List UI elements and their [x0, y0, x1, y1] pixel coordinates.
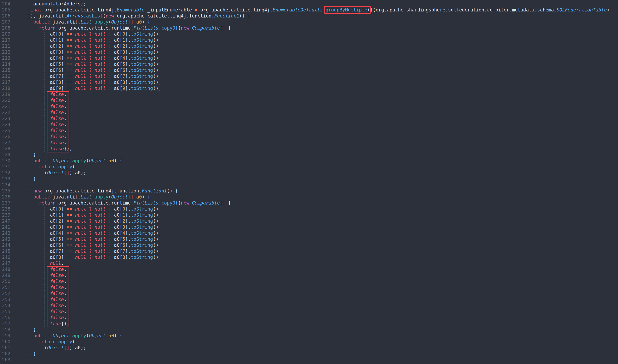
line-number[interactable]: 207	[0, 19, 22, 25]
code-line[interactable]: 238 a0[0] == null ? null : a0[0].toStrin…	[0, 206, 618, 212]
code-line[interactable]: 211 a0[2] == null ? null : a0[2].toStrin…	[0, 43, 618, 49]
line-number[interactable]: 223	[0, 116, 22, 121]
code-line[interactable]: 228 false});	[0, 146, 618, 152]
code-line[interactable]: 231 return apply(	[0, 164, 618, 170]
line-number[interactable]: 255	[0, 309, 22, 314]
line-number[interactable]: 240	[0, 218, 22, 224]
line-number[interactable]: 225	[0, 128, 22, 133]
code-line[interactable]: 232 (Object[]) a0);	[0, 170, 618, 176]
line-number[interactable]: 249	[0, 272, 22, 278]
line-number[interactable]: 262	[0, 351, 22, 357]
code-line[interactable]: 240 a0[2] == null ? null : a0[2].toStrin…	[0, 218, 618, 224]
code-line[interactable]: 216 a0[7] == null ? null : a0[7].toStrin…	[0, 73, 618, 79]
code-line[interactable]: 226 false,	[0, 133, 618, 140]
line-number[interactable]: 206	[0, 13, 22, 19]
code-line[interactable]: 248 false,	[0, 266, 618, 272]
line-number[interactable]: 217	[0, 79, 22, 85]
line-number[interactable]: 214	[0, 61, 22, 67]
line-number[interactable]: 230	[0, 158, 22, 164]
line-number[interactable]: 260	[0, 339, 22, 345]
code-line[interactable]: 221 false,	[0, 103, 618, 109]
code-line[interactable]: 263 }	[0, 357, 618, 363]
code-line[interactable]: 237 return org.apache.calcite.runtime.Fl…	[0, 200, 618, 206]
line-number[interactable]: 227	[0, 140, 22, 146]
code-line[interactable]: 212 a0[3] == null ? null : a0[3].toStrin…	[0, 49, 618, 55]
code-line[interactable]: 208 return org.apache.calcite.runtime.Fl…	[0, 25, 618, 31]
code-line[interactable]: }), new org.apache.calcite.linq4j.functi…	[0, 363, 618, 364]
code-line[interactable]: 219 false,	[0, 91, 618, 97]
code-line[interactable]: 244 a0[6] == null ? null : a0[6].toStrin…	[0, 242, 618, 248]
line-number[interactable]: 211	[0, 43, 22, 49]
line-number[interactable]: 234	[0, 182, 22, 188]
line-number[interactable]: 259	[0, 333, 22, 339]
code-line[interactable]: 256 false,	[0, 314, 618, 321]
code-line[interactable]: 241 a0[3] == null ? null : a0[3].toStrin…	[0, 224, 618, 230]
code-line[interactable]: 251 false,	[0, 284, 618, 290]
code-line[interactable]: 255 false,	[0, 309, 618, 314]
line-number[interactable]: 233	[0, 176, 22, 182]
code-line[interactable]: 218 a0[9] == null ? null : a0[9].toStrin…	[0, 85, 618, 91]
line-number[interactable]: 250	[0, 278, 22, 284]
line-number[interactable]: 246	[0, 254, 22, 260]
line-number[interactable]: 238	[0, 206, 22, 212]
code-line[interactable]: 206 }), java.util.Arrays.asList(new org.…	[0, 13, 618, 19]
code-lines[interactable]: ),204 accumulatorAdders);205 final org.a…	[0, 1, 618, 364]
code-line[interactable]: 236 public java.util.List apply(Object[]…	[0, 194, 618, 200]
line-number[interactable]: 243	[0, 236, 22, 242]
line-number[interactable]: 215	[0, 67, 22, 73]
code-line[interactable]: 227 false,	[0, 140, 618, 146]
line-number[interactable]: 208	[0, 25, 22, 31]
code-line[interactable]: 205 final org.apache.calcite.linq4j.Enum…	[0, 7, 618, 13]
code-line[interactable]: 253 false,	[0, 297, 618, 302]
line-number[interactable]: 241	[0, 224, 22, 230]
code-line[interactable]: 258 }	[0, 327, 618, 333]
line-number[interactable]: 218	[0, 85, 22, 91]
code-line[interactable]: 243 a0[5] == null ? null : a0[5].toStrin…	[0, 236, 618, 242]
line-number[interactable]: 220	[0, 97, 22, 103]
line-number[interactable]: 228	[0, 146, 22, 152]
code-line[interactable]: 239 a0[1] == null ? null : a0[1].toStrin…	[0, 212, 618, 218]
code-line[interactable]: 234 }	[0, 182, 618, 188]
line-number[interactable]: 231	[0, 164, 22, 170]
line-number[interactable]: 248	[0, 266, 22, 272]
code-line[interactable]: 259 public Object apply(Object a0) {	[0, 333, 618, 339]
code-line[interactable]: 235 , new org.apache.calcite.linq4j.func…	[0, 188, 618, 194]
line-number[interactable]: 216	[0, 73, 22, 79]
line-number[interactable]: 204	[0, 1, 22, 7]
line-number[interactable]: 229	[0, 152, 22, 158]
code-line[interactable]: 223 false,	[0, 116, 618, 121]
line-number[interactable]: 252	[0, 290, 22, 297]
line-number[interactable]: 232	[0, 170, 22, 176]
line-number[interactable]: 226	[0, 133, 22, 140]
line-number[interactable]: 237	[0, 200, 22, 206]
code-line[interactable]: 242 a0[4] == null ? null : a0[4].toStrin…	[0, 230, 618, 236]
code-line[interactable]: 222 false,	[0, 109, 618, 116]
code-line[interactable]: 229 }	[0, 152, 618, 158]
code-line[interactable]: 215 a0[6] == null ? null : a0[6].toStrin…	[0, 67, 618, 73]
code-line[interactable]: 210 a0[1] == null ? null : a0[1].toStrin…	[0, 37, 618, 43]
code-line[interactable]: 230 public Object apply(Object a0) {	[0, 158, 618, 164]
code-line[interactable]: 213 a0[4] == null ? null : a0[4].toStrin…	[0, 55, 618, 61]
line-number[interactable]: 236	[0, 194, 22, 200]
line-number[interactable]: 258	[0, 327, 22, 333]
line-number[interactable]: 261	[0, 345, 22, 351]
code-line[interactable]: 247 null,	[0, 260, 618, 266]
line-number[interactable]: 219	[0, 91, 22, 97]
code-line[interactable]: 254 false,	[0, 302, 618, 309]
line-number[interactable]: 212	[0, 49, 22, 55]
code-line[interactable]: 262 }	[0, 351, 618, 357]
line-number[interactable]: 210	[0, 37, 22, 43]
line-number[interactable]: 245	[0, 248, 22, 254]
line-number[interactable]: 222	[0, 109, 22, 116]
line-number[interactable]: 213	[0, 55, 22, 61]
code-line[interactable]: 252 false,	[0, 290, 618, 297]
code-line[interactable]: 261 (Object[]) a0);	[0, 345, 618, 351]
line-number[interactable]: 256	[0, 314, 22, 321]
code-line[interactable]: 214 a0[5] == null ? null : a0[5].toStrin…	[0, 61, 618, 67]
line-number[interactable]: 251	[0, 284, 22, 290]
line-number[interactable]: 253	[0, 297, 22, 302]
line-number[interactable]: 221	[0, 103, 22, 109]
line-number[interactable]: 263	[0, 357, 22, 363]
code-line[interactable]: 225 false,	[0, 128, 618, 133]
line-number[interactable]: 205	[0, 7, 22, 13]
